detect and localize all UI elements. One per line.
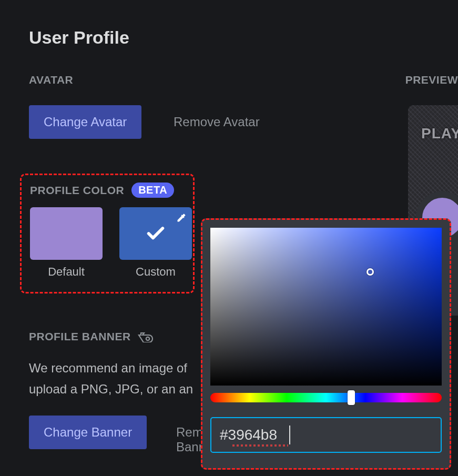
saturation-value-panel[interactable]	[210, 228, 442, 386]
custom-color-swatch[interactable]	[119, 207, 192, 260]
profile-color-panel: PROFILE COLOR BETA Default Custom	[20, 174, 195, 293]
text-cursor	[289, 426, 290, 444]
spellcheck-underline	[232, 444, 288, 447]
change-banner-button[interactable]: Change Banner	[29, 416, 147, 449]
beta-badge: BETA	[131, 183, 174, 198]
color-picker-popover	[201, 218, 451, 470]
remove-avatar-button[interactable]: Remove Avatar	[174, 115, 260, 129]
banner-section-label: PROFILE BANNER	[29, 330, 131, 343]
hue-thumb[interactable]	[348, 390, 355, 405]
sv-cursor[interactable]	[367, 268, 374, 276]
default-color-swatch[interactable]	[30, 207, 103, 260]
banner-section-header: PROFILE BANNER	[29, 330, 153, 343]
eyedropper-icon[interactable]	[176, 212, 187, 223]
banner-desc-line2: upload a PNG, JPG, or an an	[29, 379, 208, 400]
nitro-icon	[137, 331, 153, 342]
check-icon	[143, 223, 169, 244]
hue-slider[interactable]	[210, 393, 442, 402]
hex-input[interactable]	[210, 417, 442, 453]
profile-color-section-label: PROFILE COLOR	[30, 184, 124, 197]
svg-point-0	[146, 337, 149, 340]
avatar-section-label: AVATAR	[29, 74, 73, 86]
preview-play-text: PLAY	[421, 125, 458, 142]
change-avatar-button[interactable]: Change Avatar	[29, 105, 141, 139]
profile-color-custom-option[interactable]: Custom	[119, 207, 192, 279]
remove-banner-button[interactable]: Remove Banner	[176, 425, 202, 454]
banner-desc-line1: We recommend an image of	[29, 358, 208, 379]
banner-description: We recommend an image of upload a PNG, J…	[29, 358, 208, 399]
default-swatch-label: Default	[48, 265, 85, 279]
page-title: User Profile	[29, 27, 129, 48]
custom-swatch-label: Custom	[136, 265, 176, 279]
preview-section-label: PREVIEW	[405, 74, 458, 86]
profile-color-default-option[interactable]: Default	[30, 207, 103, 279]
